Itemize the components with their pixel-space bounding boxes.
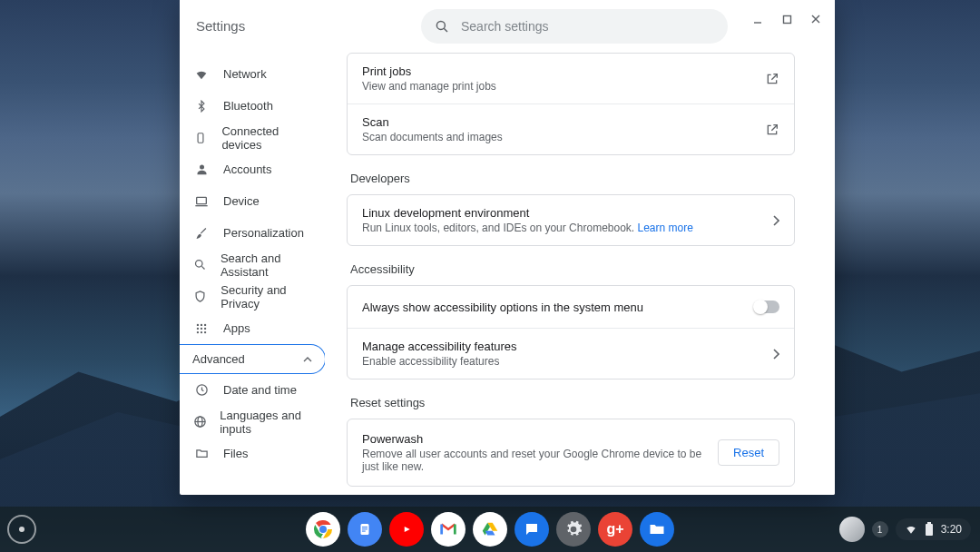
sidebar-item-apps[interactable]: Apps [180,312,325,344]
row-title: Manage accessibility features [362,340,772,353]
learn-more-link[interactable]: Learn more [638,222,693,234]
row-title: Powerwash [362,432,718,446]
google-plus-app-icon[interactable]: g+ [598,512,632,547]
always-show-accessibility-row[interactable]: Always show accessibility options in the… [348,286,794,328]
sidebar-item-label: Languages and inputs [220,409,314,436]
svg-line-11 [201,266,204,269]
youtube-app-icon[interactable] [389,512,424,547]
shelf: g+ 1 3:20 [0,507,980,552]
brush-icon [192,226,211,240]
system-tray[interactable]: 1 3:20 [839,507,971,552]
svg-point-17 [204,327,206,329]
window-controls [746,7,828,31]
row-subtitle: Enable accessibility features [362,355,772,368]
phone-icon [192,132,209,144]
sidebar-item-label: Apps [223,321,250,335]
sidebar-item-device[interactable]: Device [180,185,325,217]
svg-point-7 [200,165,204,170]
sidebar-item-label: Search and Assistant [220,251,314,279]
clock-icon [192,383,211,397]
sidebar-item-bluetooth[interactable]: Bluetooth [180,90,325,122]
files-app-icon[interactable] [640,512,674,547]
sidebar-item-search-assistant[interactable]: Search and Assistant [180,249,325,281]
reset-button[interactable]: Reset [718,439,779,466]
svg-rect-28 [362,527,368,527]
search-box[interactable] [421,9,728,44]
svg-rect-29 [362,528,368,529]
maximize-button[interactable] [775,7,799,31]
chevron-right-icon [772,215,779,226]
svg-point-14 [204,323,206,325]
folder-icon [192,447,211,460]
chevron-up-icon [303,355,312,364]
wifi-tray-icon [905,523,917,536]
svg-point-16 [201,327,202,329]
docs-app-icon[interactable] [348,512,382,547]
svg-point-4 [436,21,445,29]
svg-point-13 [201,323,202,325]
accessibility-toggle[interactable] [754,301,779,313]
svg-point-10 [195,261,202,268]
linux-env-row[interactable]: Linux development environment Run Linux … [348,195,794,245]
svg-point-20 [204,330,206,332]
svg-rect-32 [927,522,931,524]
sidebar-item-accounts[interactable]: Accounts [180,153,325,185]
page-title: Settings [196,18,359,34]
settings-app-icon[interactable] [556,512,591,547]
sidebar-item-label: Personalization [223,226,304,240]
row-subtitle: Run Linux tools, editors, and IDEs on yo… [362,222,772,234]
notification-badge[interactable]: 1 [872,521,888,537]
svg-rect-8 [197,197,207,203]
sidebar-item-label: Accounts [223,163,271,176]
sidebar-item-date-time[interactable]: Date and time [180,374,325,406]
bluetooth-icon [192,100,211,113]
battery-tray-icon [925,522,934,537]
accessibility-card: Always show accessibility options in the… [347,285,795,380]
sidebar-item-languages[interactable]: Languages and inputs [180,406,325,438]
print-scan-card: Print jobs View and manage print jobs Sc… [347,53,795,155]
globe-icon [192,415,207,429]
launcher-button[interactable] [7,515,36,544]
search-input[interactable] [461,19,715,34]
print-jobs-row[interactable]: Print jobs View and manage print jobs [348,54,794,104]
row-subtitle: Remove all user accounts and reset your … [362,448,718,473]
avatar-icon[interactable] [839,517,865,542]
minimize-button[interactable] [746,7,769,31]
grid-icon [192,322,211,335]
sidebar-item-security-privacy[interactable]: Security and Privacy [180,281,325,312]
sidebar-item-label: Bluetooth [223,99,273,113]
sidebar-item-label: Files [223,447,248,460]
sidebar-item-label: Device [223,194,260,208]
search-icon [192,258,208,271]
sidebar-item-files[interactable]: Files [180,438,325,469]
row-subtitle: Scan documents and images [362,131,765,143]
powerwash-row: Powerwash Remove all user accounts and r… [348,419,794,486]
svg-line-5 [444,28,447,32]
row-title: Always show accessibility options in the… [362,301,754,314]
sidebar-item-connected-devices[interactable]: Connected devices [180,122,325,153]
sidebar-advanced-toggle[interactable]: Advanced [180,344,326,374]
messages-app-icon[interactable] [514,512,549,547]
shelf-apps: g+ [306,512,674,547]
sidebar-item-label: Security and Privacy [220,283,314,310]
close-button[interactable] [804,7,828,31]
content-area[interactable]: Print jobs View and manage print jobs Sc… [325,53,835,495]
accessibility-heading: Accessibility [350,262,795,276]
external-link-icon [765,123,779,137]
header: Settings [180,0,835,53]
laptop-icon [192,194,211,209]
drive-app-icon[interactable] [473,512,507,547]
clock: 3:20 [941,523,962,536]
sidebar-item-network[interactable]: Network [180,58,325,90]
wifi-icon [192,67,211,82]
sidebar-item-personalization[interactable]: Personalization [180,217,325,249]
sidebar-item-label: Connected devices [221,124,314,152]
manage-accessibility-row[interactable]: Manage accessibility features Enable acc… [348,328,794,379]
chrome-app-icon[interactable] [306,512,340,547]
svg-point-18 [197,330,199,332]
row-subtitle: View and manage print jobs [362,80,765,93]
gmail-app-icon[interactable] [431,512,466,547]
developers-heading: Developers [350,172,795,185]
scan-row[interactable]: Scan Scan documents and images [348,104,794,154]
reset-card: Powerwash Remove all user accounts and r… [347,419,795,487]
